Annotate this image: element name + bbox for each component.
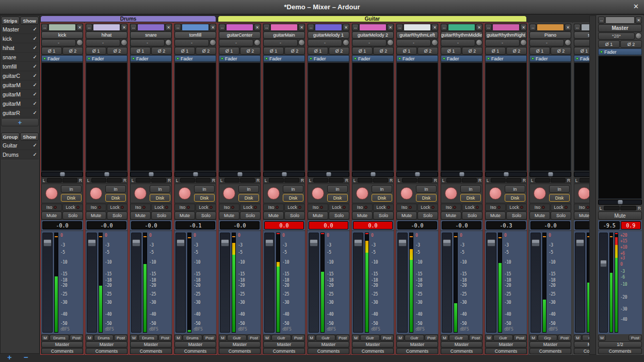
close-strip-button[interactable]: ✕	[520, 24, 527, 31]
sidebar-row[interactable]: snare ✓	[1, 53, 39, 62]
phase-2-button[interactable]: Ø 2	[329, 47, 349, 55]
phase-2-button[interactable]: Ø 2	[284, 47, 305, 55]
fader-handle[interactable]	[310, 239, 318, 246]
trim-knob[interactable]	[635, 32, 642, 39]
solo-lock-button[interactable]: Lock	[506, 204, 527, 211]
solo-button[interactable]: Solo	[417, 211, 438, 220]
meter-position-button[interactable]: Post	[513, 335, 527, 341]
phase-2-button[interactable]: Ø 2	[196, 47, 216, 55]
gain-fader[interactable]	[87, 233, 97, 333]
pan-slider[interactable]	[529, 172, 571, 177]
pan-slider[interactable]	[130, 172, 172, 177]
shrink-strip-button[interactable]: ↔	[352, 24, 359, 31]
gain-fader[interactable]	[220, 233, 230, 333]
solo-isolate-button[interactable]: Iso	[41, 204, 62, 211]
fader-handle[interactable]	[43, 239, 52, 246]
mute-button[interactable]: Mute	[352, 211, 373, 220]
record-enable-button[interactable]	[134, 187, 147, 200]
phase-1-button[interactable]: Ø 1	[598, 40, 620, 48]
phase-2-button[interactable]: Ø 2	[551, 47, 571, 55]
trim-display[interactable]: -	[263, 39, 298, 46]
track-color-band[interactable]	[605, 17, 635, 24]
comments-button[interactable]: Comments	[396, 348, 438, 354]
pan-handle[interactable]	[504, 172, 508, 176]
solo-button[interactable]: Solo	[462, 211, 482, 220]
trim-display[interactable]: -	[574, 39, 589, 46]
pan-slider[interactable]	[219, 172, 261, 177]
shrink-strip-button[interactable]: ↔	[130, 24, 137, 31]
shrink-strip-button[interactable]: ↔	[396, 24, 403, 31]
record-enable-button[interactable]	[356, 187, 368, 200]
peak-display[interactable]: -0.3	[486, 221, 526, 229]
solo-button[interactable]: Solo	[373, 211, 394, 220]
close-strip-button[interactable]: ✕	[121, 24, 127, 31]
processor-box[interactable]	[598, 56, 642, 199]
mute-button[interactable]: Mute	[574, 211, 589, 220]
fader-handle[interactable]	[487, 239, 495, 246]
record-enable-button[interactable]	[445, 187, 457, 200]
track-color-band[interactable]	[537, 24, 564, 31]
metering-point-button[interactable]: M	[352, 335, 360, 341]
monitor-input-button[interactable]: In	[61, 185, 82, 193]
track-name-button[interactable]: guitarMain	[263, 31, 305, 39]
record-enable-button[interactable]	[45, 187, 58, 200]
record-enable-button[interactable]	[312, 187, 324, 200]
fader-processor-entry[interactable]: Fader	[396, 55, 438, 62]
pan-slider[interactable]	[352, 172, 394, 177]
trim-knob[interactable]	[387, 39, 394, 46]
peak-display[interactable]: -0.0	[442, 221, 481, 229]
trim-display[interactable]: -	[130, 39, 165, 46]
output-button[interactable]: Master	[130, 341, 172, 348]
checkmark-icon[interactable]: ✓	[33, 152, 37, 157]
track-color-band[interactable]	[182, 24, 209, 31]
monitor-disk-button[interactable]: Disk	[105, 194, 126, 202]
fader-processor-entry[interactable]: Fader	[441, 55, 482, 62]
track-name-button[interactable]: guitarRhythmMiddle	[441, 31, 482, 39]
phase-1-button[interactable]: Ø 1	[308, 47, 328, 55]
master-output-display[interactable]: *28*	[598, 32, 635, 40]
monitor-input-button[interactable]: In	[327, 185, 348, 193]
group-show-header-label[interactable]: Show	[20, 133, 39, 141]
meter-position-button[interactable]: Post	[158, 335, 172, 341]
track-color-band[interactable]	[93, 24, 120, 31]
solo-button[interactable]: Solo	[284, 211, 305, 220]
monitor-disk-button[interactable]: Disk	[460, 194, 481, 202]
solo-lock-button[interactable]: Lock	[329, 204, 349, 211]
solo-isolate-button[interactable]: Iso	[529, 204, 550, 211]
meter-position-button[interactable]: Post	[629, 335, 642, 341]
checkmark-icon[interactable]: ✓	[33, 101, 37, 106]
phase-1-button[interactable]: Ø 1	[396, 47, 417, 55]
metering-point-button[interactable]: M	[86, 335, 93, 341]
monitor-disk-button[interactable]: Disk	[194, 194, 215, 202]
solo-button[interactable]: Solo	[551, 211, 571, 220]
monitor-disk-button[interactable]: Disk	[327, 194, 348, 202]
peak-display[interactable]: -0.0	[131, 221, 171, 229]
pan-slider[interactable]	[308, 172, 349, 177]
phase-1-button[interactable]: Ø 1	[574, 47, 589, 55]
processor-box[interactable]	[219, 62, 261, 171]
monitor-disk-button[interactable]: Disk	[372, 194, 392, 202]
track-color-band[interactable]	[137, 24, 165, 31]
comments-button[interactable]: Comments	[574, 348, 589, 354]
shrink-strip-button[interactable]: ↔	[41, 24, 48, 31]
group-button[interactable]: Gutr	[271, 335, 291, 341]
trim-display[interactable]: -	[41, 39, 76, 46]
metering-point-button[interactable]: M	[598, 335, 606, 341]
pan-slider[interactable]	[263, 172, 305, 177]
output-button[interactable]: Master	[174, 341, 216, 348]
phase-1-button[interactable]: Ø 1	[263, 47, 284, 55]
processor-box[interactable]	[574, 62, 589, 171]
record-enable-button[interactable]	[534, 187, 546, 200]
phase-1-button[interactable]: Ø 1	[86, 47, 106, 55]
fader-handle[interactable]	[265, 239, 273, 246]
checkmark-icon[interactable]: ✓	[33, 36, 37, 41]
pan-handle[interactable]	[459, 172, 464, 176]
peak-display[interactable]: -0.0	[397, 221, 437, 229]
checkmark-icon[interactable]: ✓	[33, 45, 37, 51]
monitor-input-button[interactable]: In	[238, 185, 259, 193]
phase-1-button[interactable]: Ø 1	[441, 47, 461, 55]
solo-button[interactable]: Solo	[196, 211, 216, 220]
gain-fader[interactable]	[530, 233, 541, 333]
track-name-button[interactable]: guitarMelody 2	[352, 31, 394, 39]
checkmark-icon[interactable]: ✓	[33, 142, 37, 148]
